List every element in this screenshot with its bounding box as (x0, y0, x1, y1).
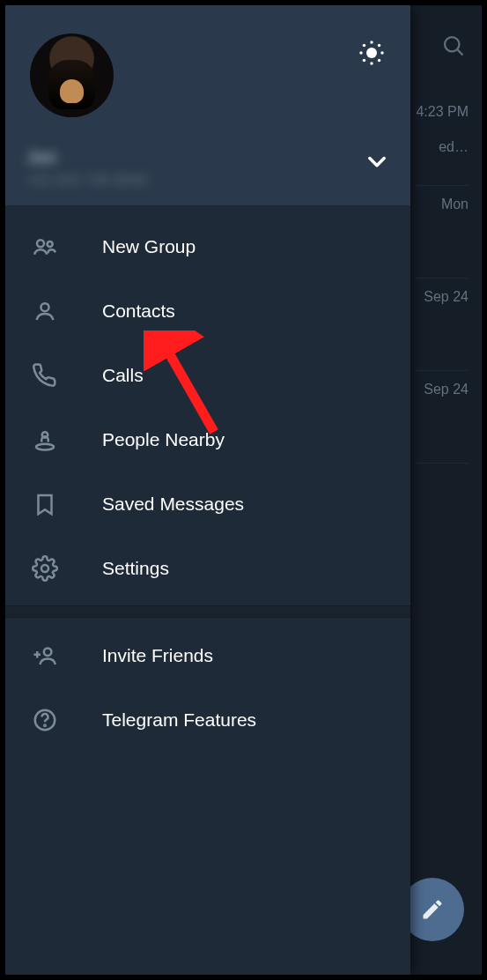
menu-label: People Nearby (102, 429, 225, 450)
phone-icon (32, 362, 63, 389)
profile-phone: +62 823 798 8948 (26, 172, 203, 188)
gear-icon (32, 555, 63, 582)
svg-point-2 (370, 41, 373, 43)
chat-list: 4:23 PM ed… Mon Sep 24 Sep 24 (416, 93, 469, 464)
chat-row[interactable]: Sep 24 (416, 371, 469, 464)
contact-icon (32, 298, 63, 324)
invite-icon (32, 642, 63, 669)
drawer-header: Jan +62 823 798 8948 (5, 5, 410, 205)
menu-label: Contacts (102, 301, 175, 322)
svg-point-15 (41, 565, 48, 572)
svg-point-4 (359, 51, 362, 54)
menu-new-group[interactable]: New Group (5, 214, 410, 278)
account-switcher[interactable] (365, 149, 389, 177)
menu-label: Telegram Features (102, 709, 256, 731)
menu-invite-friends[interactable]: Invite Friends (5, 623, 410, 687)
menu-telegram-features[interactable]: Telegram Features (5, 687, 410, 752)
pencil-icon (420, 897, 445, 922)
chat-time: Sep 24 (416, 382, 469, 397)
sun-icon (358, 39, 386, 67)
svg-point-18 (44, 724, 46, 726)
svg-point-10 (37, 240, 44, 247)
svg-point-5 (380, 51, 383, 54)
svg-point-6 (363, 44, 365, 47)
menu-label: Calls (102, 365, 144, 386)
menu-calls[interactable]: Calls (5, 343, 410, 407)
avatar[interactable] (30, 33, 114, 117)
navigation-drawer: Jan +62 823 798 8948 New Group (5, 5, 410, 975)
nearby-icon (32, 427, 63, 453)
chat-time: Sep 24 (416, 289, 469, 305)
svg-point-3 (370, 62, 373, 64)
search-icon[interactable] (441, 33, 466, 62)
chevron-down-icon (365, 149, 389, 174)
help-icon (32, 707, 63, 733)
svg-point-12 (41, 303, 49, 311)
chat-row[interactable]: Sep 24 (416, 278, 469, 371)
chat-row[interactable]: 4:23 PM ed… (416, 93, 469, 186)
svg-point-8 (363, 59, 365, 62)
svg-point-0 (445, 37, 459, 51)
chat-row[interactable]: Mon (416, 186, 469, 278)
group-icon (32, 234, 63, 260)
chat-time: Mon (416, 197, 469, 212)
menu-label: Invite Friends (102, 645, 213, 666)
menu-people-nearby[interactable]: People Nearby (5, 407, 410, 471)
drawer-menu: New Group Contacts Calls (5, 205, 410, 752)
chat-time: 4:23 PM (416, 104, 469, 120)
theme-toggle[interactable] (358, 39, 386, 71)
svg-point-11 (48, 241, 53, 246)
menu-label: Saved Messages (102, 494, 244, 515)
svg-point-16 (44, 648, 52, 656)
menu-divider (5, 605, 410, 618)
svg-point-9 (378, 59, 380, 62)
bookmark-icon (32, 491, 63, 517)
menu-label: Settings (102, 558, 169, 579)
menu-saved-messages[interactable]: Saved Messages (5, 471, 410, 536)
svg-point-14 (36, 443, 54, 449)
menu-contacts[interactable]: Contacts (5, 278, 410, 343)
profile-name: Jan (26, 147, 349, 168)
svg-point-7 (378, 44, 380, 47)
chat-preview: ed… (416, 139, 469, 155)
menu-settings[interactable]: Settings (5, 536, 410, 600)
svg-point-1 (366, 48, 377, 58)
menu-label: New Group (102, 236, 196, 257)
account-info[interactable]: Jan +62 823 798 8948 (26, 147, 349, 188)
screenshot: 4:23 PM ed… Mon Sep 24 Sep 24 (0, 0, 487, 980)
